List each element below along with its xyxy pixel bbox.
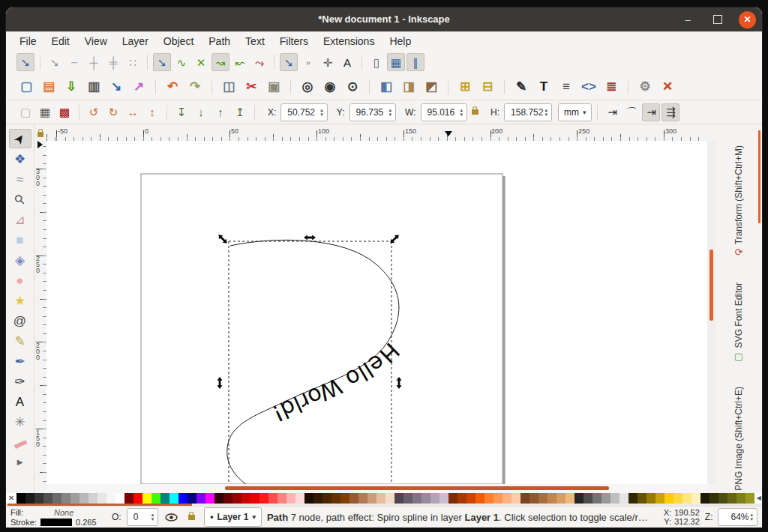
palette-swatch[interactable] [196,493,206,504]
palette-swatch[interactable] [404,493,412,504]
snap-bbox-centers[interactable]: ∷ [124,53,142,71]
tool-tweak[interactable]: ≈ [9,169,32,189]
snap-rotation-centers[interactable]: ✛ [319,53,337,71]
tool-ellipse[interactable]: ● [9,270,32,290]
import-bitmap[interactable]: ↘ [106,77,126,97]
align-distribute-dialog[interactable]: ≣ [602,77,621,97]
palette-scroll-icon[interactable]: ◀ [757,493,761,504]
no-color-swatch[interactable]: ✕ [6,493,16,504]
scale-corners-toggle[interactable]: ⌒ [622,103,640,121]
snap-bbox-edge-midpoints[interactable]: ╪ [104,53,122,71]
palette-swatch[interactable] [16,493,26,504]
palette-swatch[interactable] [44,493,52,504]
palette-swatch[interactable] [142,493,152,504]
palette-swatch[interactable] [224,493,232,504]
palette-swatch[interactable] [80,493,88,504]
snap-bbox-corners[interactable]: ┼ [85,53,103,71]
canvas[interactable]: Hello World! [46,141,707,484]
palette-swatch[interactable] [602,493,610,504]
palette-swatch[interactable] [566,493,574,504]
unlink-clone[interactable]: ◩ [422,77,441,97]
palette-swatch[interactable] [656,493,664,504]
palette-swatch[interactable] [620,493,628,504]
tab-svg-font-editor[interactable]: SVG Font Editor▢ [734,282,744,360]
palette-swatch[interactable] [206,493,214,504]
snap-object-centers[interactable]: ◦ [299,53,317,71]
snap-grids[interactable]: ▦ [387,53,405,71]
tool-rectangle[interactable]: ■ [9,230,32,250]
menu-file[interactable]: File [12,32,44,50]
palette-swatch[interactable] [610,493,620,504]
save-document[interactable]: ⇩ [62,77,81,97]
menu-extensions[interactable]: Extensions [316,32,382,50]
palette-swatch[interactable] [440,493,448,504]
unit-selector[interactable]: mm▾ [558,103,592,121]
spin-down-icon[interactable]: ▾ [389,112,392,117]
palette-swatch[interactable] [70,493,80,504]
maximize-button[interactable] [709,10,727,28]
tool-pen[interactable]: ✑ [9,372,32,391]
w-spinbox[interactable]: 95.016▴▾ [421,103,468,121]
palette-swatch[interactable] [556,493,566,504]
menu-edit[interactable]: Edit [44,32,77,50]
cut[interactable]: ✂ [242,77,261,97]
lower[interactable]: ↓ [192,103,210,121]
snap-text-baseline[interactable]: A [338,53,356,71]
tool-node-editor[interactable]: ❖ [9,149,32,169]
palette-swatch[interactable] [664,493,674,504]
palette-swatch[interactable] [448,493,458,504]
palette-swatch[interactable] [386,493,394,504]
palette-swatch[interactable] [494,493,502,504]
palette-swatch[interactable] [322,493,332,504]
flip-horizontal[interactable]: ↔ [124,103,142,121]
palette-swatch[interactable] [52,493,62,504]
deselect[interactable]: ▢ [16,103,34,121]
raise[interactable]: ↑ [212,103,230,121]
rotate-ccw[interactable]: ↺ [85,103,103,121]
xml-editor[interactable]: <> [579,77,598,97]
tool-calligraphy[interactable]: ✒ [9,351,32,371]
tool-selector[interactable]: ➤ [9,129,32,148]
zoom-drawing[interactable]: ◉ [320,77,340,97]
palette-swatch[interactable] [160,493,170,504]
move-gradients-toggle[interactable]: ⇥ [642,103,660,121]
dimension-lock-icon[interactable] [472,109,478,115]
palette-swatch[interactable] [458,493,466,504]
preferences[interactable]: ⚙ [635,77,655,97]
select-all[interactable]: ▦ [36,103,54,121]
tool-spray[interactable]: ✳ [9,412,32,432]
menu-view[interactable]: View [77,32,115,50]
group-objects[interactable]: ⊞ [455,77,475,97]
palette-swatch[interactable] [304,493,314,504]
horizontal-ruler[interactable]: -50050100150200250300 [46,127,707,142]
palette-swatch[interactable] [314,493,322,504]
palette-swatch[interactable] [592,493,602,504]
palette-swatch[interactable] [502,493,512,504]
lower-to-bottom[interactable]: ↧ [172,103,190,121]
new-document[interactable]: ▢ [16,77,36,97]
palette-swatch[interactable] [286,493,296,504]
palette-swatch[interactable] [268,493,278,504]
palette-swatch[interactable] [646,493,656,504]
palette-swatch[interactable] [242,493,250,504]
x-spinbox[interactable]: 50.752▴▾ [280,103,328,121]
palette-swatch[interactable] [26,493,34,504]
titlebar[interactable]: *New document 1 - Inkscape – ✕ [6,7,762,31]
spin-down-icon[interactable]: ▾ [320,112,323,117]
snap-paths[interactable]: ∿ [172,53,190,71]
palette-swatch[interactable] [124,493,134,504]
palette-swatch[interactable] [512,493,520,504]
palette-swatch[interactable] [520,493,530,504]
tab-export-png[interactable]: PNG Image (Shift+Ctrl+E)▦ [734,387,744,504]
palette-swatch[interactable] [188,493,196,504]
tool-zoom[interactable]: ⚲ [9,190,32,209]
menu-layer[interactable]: Layer [115,32,156,50]
palette-swatch[interactable] [340,493,350,504]
menu-filters[interactable]: Filters [272,32,316,50]
palette-swatch[interactable] [430,493,440,504]
palette-swatch[interactable] [746,493,754,504]
palette-swatch[interactable] [250,493,260,504]
snap-midpoints[interactable]: ⤳ [250,53,268,71]
palette-swatch[interactable] [530,493,538,504]
palette-swatch[interactable] [728,493,736,504]
